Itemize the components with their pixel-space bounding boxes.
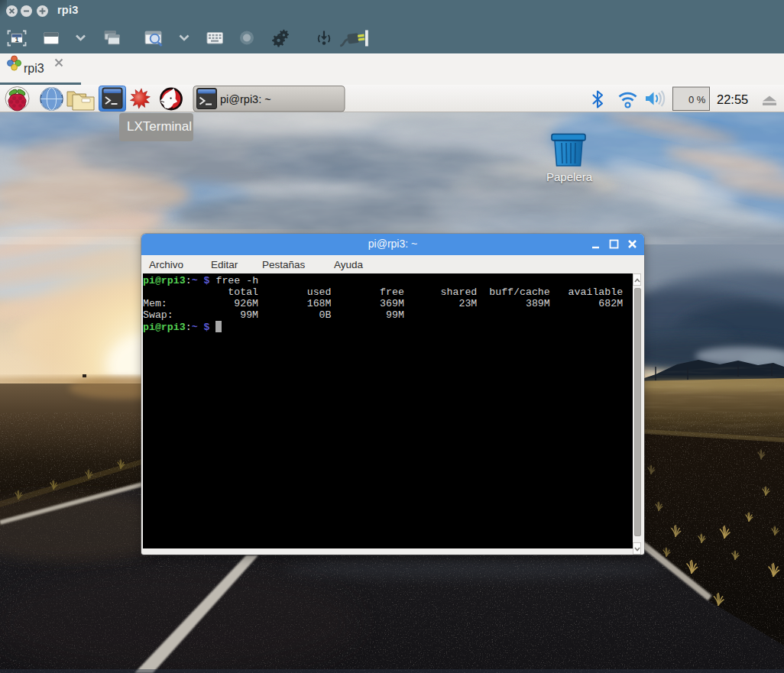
- svg-text:0 %: 0 %: [688, 94, 706, 105]
- svg-text:1: 1: [15, 36, 19, 44]
- svg-text:22:55: 22:55: [717, 92, 748, 106]
- svg-text:pi@rpi3: ~: pi@rpi3: ~: [220, 93, 271, 105]
